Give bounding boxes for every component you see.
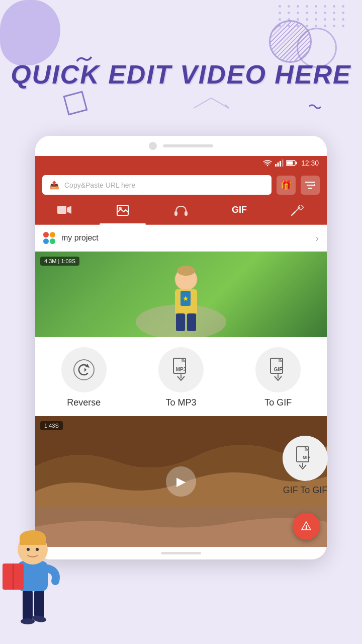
svg-rect-4: [282, 159, 283, 167]
tool-to-gif[interactable]: GIF To GIF: [255, 347, 301, 408]
project-name: my project: [61, 233, 309, 243]
reverse-label: Reverse: [67, 397, 101, 408]
bg-decoration-blob: [0, 0, 60, 65]
gif-tab-icon: GIF: [232, 205, 247, 215]
magic-icon: [291, 205, 304, 219]
app-screen: 12:30 📤 Copy&Paste URL here 🎁: [35, 156, 327, 559]
gif-to-gif-icon-circle: GIF: [283, 436, 328, 481]
phone-camera: [149, 142, 157, 150]
tab-effects[interactable]: [268, 200, 327, 224]
decoration-squiggle-2: 〜: [306, 97, 323, 118]
bottom-bar: [35, 547, 327, 559]
video-thumbnail-1[interactable]: ★ 4.3M | 1:09S: [35, 252, 327, 337]
to-mp3-label: To MP3: [165, 397, 196, 408]
svg-rect-46: [23, 589, 33, 621]
svg-marker-31: [84, 368, 86, 372]
to-gif-icon-circle: GIF: [255, 347, 301, 392]
gif-icon: GIF: [264, 356, 292, 383]
tab-gif[interactable]: GIF: [210, 200, 268, 224]
svg-point-57: [36, 548, 39, 551]
decoration-arrow: [191, 96, 231, 113]
tool-reverse[interactable]: Reverse: [61, 347, 107, 408]
phone-speaker: [163, 144, 213, 147]
signal-icon: [275, 159, 284, 167]
svg-rect-2: [277, 163, 279, 167]
project-row[interactable]: my project ›: [35, 225, 327, 252]
status-time: 12:30: [301, 159, 319, 167]
tool-to-mp3[interactable]: MP3 To MP3: [158, 347, 204, 408]
to-mp3-icon-circle: MP3: [158, 347, 204, 392]
image-icon: [117, 205, 129, 219]
tab-video[interactable]: [35, 200, 94, 224]
url-input-field[interactable]: 📤 Copy&Paste URL here: [42, 175, 272, 195]
svg-point-56: [27, 548, 30, 551]
upload-icon: 📤: [49, 180, 59, 190]
tab-audio[interactable]: [152, 200, 210, 224]
svg-rect-16: [174, 211, 177, 216]
svg-text:GIF: GIF: [303, 455, 311, 460]
status-icons: [263, 159, 297, 167]
tab-image[interactable]: [94, 200, 152, 224]
headphones-icon: [174, 205, 188, 219]
sort-button[interactable]: [301, 176, 320, 195]
project-logo: [43, 232, 55, 244]
url-bar[interactable]: 📤 Copy&Paste URL here 🎁: [35, 170, 327, 200]
filter-fab-button[interactable]: [293, 513, 320, 540]
svg-rect-19: [298, 205, 303, 210]
svg-rect-47: [34, 589, 44, 619]
gif-to-gif-section[interactable]: GIF GIF To GIF: [283, 436, 328, 496]
svg-rect-1: [275, 164, 277, 167]
gif-to-gif-label: GIF To GIF: [283, 485, 328, 496]
reverse-icon: [71, 357, 97, 382]
filter-icon: [301, 521, 312, 532]
page-title: QUICK EDIT VIDEO HERE: [0, 60, 362, 89]
svg-point-48: [21, 618, 35, 624]
video-camera-icon: [57, 205, 71, 218]
svg-point-45: [306, 528, 307, 530]
svg-rect-55: [20, 537, 46, 545]
project-arrow-icon: ›: [315, 232, 319, 244]
svg-text:★: ★: [183, 294, 189, 302]
reverse-icon-circle: [61, 347, 107, 392]
svg-point-23: [177, 266, 195, 276]
character-illustration: [0, 518, 65, 629]
video-badge-2: 1:43S: [40, 421, 63, 430]
bottom-handle: [161, 552, 201, 554]
battery-icon: [286, 160, 297, 166]
svg-text:MP3: MP3: [176, 367, 187, 372]
svg-text:GIF: GIF: [274, 367, 283, 372]
svg-rect-6: [287, 162, 293, 165]
svg-marker-11: [314, 184, 315, 186]
svg-rect-27: [176, 313, 185, 331]
svg-rect-3: [280, 161, 281, 167]
phone-notch: [35, 136, 327, 156]
toy-figure-illustration: ★: [131, 252, 231, 337]
gift-button[interactable]: 🎁: [277, 176, 296, 195]
decoration-paper: [63, 91, 88, 116]
gif-to-gif-icon: GIF: [292, 445, 319, 472]
nav-tabs: GIF: [35, 200, 327, 225]
svg-rect-28: [187, 313, 196, 331]
svg-point-29: [74, 360, 94, 380]
content-area: my project ›: [35, 225, 327, 559]
wifi-icon: [263, 159, 272, 167]
phone-mockup: 12:30 📤 Copy&Paste URL here 🎁: [35, 136, 327, 559]
svg-rect-7: [296, 162, 297, 165]
mp3-icon: MP3: [167, 356, 195, 383]
svg-marker-13: [67, 206, 71, 214]
svg-line-20: [291, 212, 295, 216]
character-svg: [0, 518, 65, 629]
tools-section: Reverse MP3 To MP3: [35, 337, 327, 416]
svg-rect-17: [185, 211, 188, 216]
play-button-overlay[interactable]: ▶: [166, 466, 196, 497]
svg-rect-12: [57, 206, 66, 214]
status-bar: 12:30: [35, 156, 327, 170]
to-gif-label: To GIF: [264, 397, 292, 408]
video-badge-1: 4.3M | 1:09S: [40, 257, 79, 266]
url-placeholder: Copy&Paste URL here: [64, 181, 135, 189]
